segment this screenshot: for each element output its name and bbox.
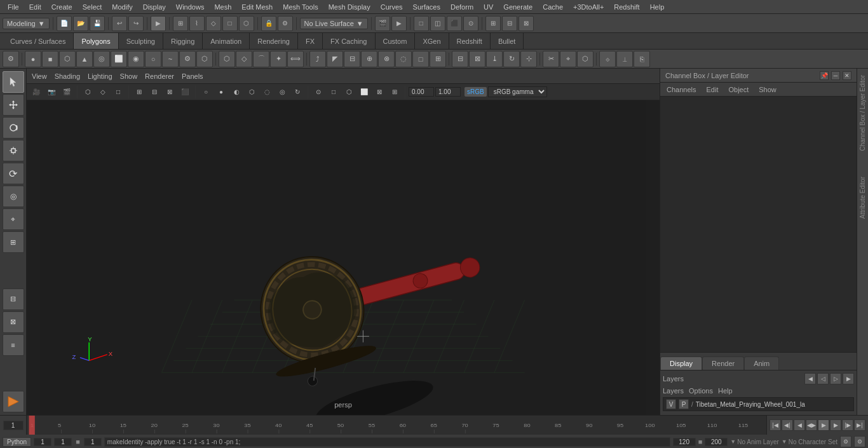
menu-curves[interactable]: Curves: [376, 2, 408, 12]
exposure-input[interactable]: [435, 87, 461, 97]
sphere-btn[interactable]: ●: [25, 51, 41, 67]
attribute-editor-label[interactable]: Attribute Editor: [859, 177, 866, 219]
menu-mesh-tools[interactable]: Mesh Tools: [278, 2, 323, 12]
vp-sel2-btn[interactable]: ◇: [96, 85, 110, 99]
menu-generate[interactable]: Generate: [498, 2, 538, 12]
vp-refresh-btn[interactable]: ↻: [290, 85, 304, 99]
vp-isolate-btn[interactable]: ⊙: [311, 85, 325, 99]
menu-modify[interactable]: Modify: [107, 2, 137, 12]
vp-exposure-field[interactable]: [435, 87, 461, 97]
smooth-btn[interactable]: ◌: [395, 51, 412, 67]
cb-edit-menu[interactable]: Edit: [703, 85, 721, 95]
bridge-btn[interactable]: ⊟: [344, 51, 360, 67]
multi-cut-btn[interactable]: ✂: [543, 51, 559, 67]
render-btn[interactable]: 🎬: [375, 16, 390, 31]
command-line[interactable]: [104, 437, 670, 447]
collapse-btn[interactable]: ⤓: [486, 51, 503, 67]
layout-btn2[interactable]: ⊟: [502, 16, 517, 31]
component-editor-btn[interactable]: ⊞: [3, 231, 24, 253]
vp-sel3-btn[interactable]: □: [111, 85, 125, 99]
channel-box-minimize-btn[interactable]: ─: [831, 71, 840, 80]
tab-fx-caching[interactable]: FX Caching: [323, 33, 375, 49]
save-file-btn[interactable]: 💾: [90, 16, 105, 31]
tab-curves-surfaces[interactable]: Curves / Surfaces: [3, 33, 74, 49]
go-end-btn[interactable]: ▶|: [854, 419, 865, 431]
helix-btn[interactable]: ~: [162, 51, 179, 67]
vp-sel-mask-btn[interactable]: ⬡: [81, 85, 95, 99]
menu-uv[interactable]: UV: [478, 2, 498, 12]
vp-res5-btn[interactable]: ⊞: [388, 85, 402, 99]
next-frame-btn[interactable]: ▶: [830, 419, 841, 431]
layout-btn1[interactable]: ⊞: [485, 16, 501, 31]
render-view-btn[interactable]: [3, 391, 24, 412]
rotate-tool-btn[interactable]: [3, 117, 24, 139]
snap-point-btn[interactable]: ◇: [206, 16, 221, 31]
gamma-input[interactable]: [409, 87, 434, 97]
cube-btn[interactable]: ■: [42, 51, 58, 67]
tab-custom[interactable]: Custom: [376, 33, 416, 49]
current-frame-field[interactable]: [3, 421, 24, 430]
attr-editor-btn[interactable]: ⊠: [3, 311, 24, 333]
menu-redshift[interactable]: Redshift: [609, 2, 644, 12]
vp-shading4-btn[interactable]: ⬡: [245, 85, 259, 99]
deform2-btn[interactable]: ⟂: [616, 51, 633, 67]
layer-menu-layers[interactable]: Layers: [663, 387, 684, 395]
cone-btn[interactable]: ▲: [76, 51, 93, 67]
universal-manip-btn[interactable]: ⟳: [3, 163, 24, 184]
vp-res4-btn[interactable]: ⊠: [372, 85, 386, 99]
ipr-btn[interactable]: ▶: [391, 16, 407, 31]
special-btn[interactable]: ✦: [270, 51, 287, 67]
pipe-btn[interactable]: ○: [145, 51, 161, 67]
vp-grid3-btn[interactable]: ⊠: [163, 85, 177, 99]
bevel-btn[interactable]: ◤: [327, 51, 343, 67]
tab-display[interactable]: Display: [660, 356, 702, 370]
menu-edit[interactable]: Edit: [24, 2, 46, 12]
vp-menu-view[interactable]: View: [32, 72, 47, 80]
redo-btn[interactable]: ↪: [128, 16, 144, 31]
channel-box-sidebar-label[interactable]: Channel Box / Layer Editor: [859, 75, 866, 151]
deform3-btn[interactable]: ⎘: [634, 51, 650, 67]
vp-shading5-btn[interactable]: ◌: [260, 85, 274, 99]
viewport[interactable]: View Shading Lighting Show Renderer Pane…: [27, 69, 660, 415]
torus-btn[interactable]: ◎: [93, 51, 110, 67]
tab-fx[interactable]: FX: [298, 33, 323, 49]
cylinder-btn[interactable]: ⬡: [59, 51, 76, 67]
layer-menu-options[interactable]: Options: [689, 387, 713, 395]
vp-cam2-btn[interactable]: 📷: [44, 85, 58, 99]
play-back-btn[interactable]: ◀▶: [806, 419, 817, 431]
menu-mesh-display[interactable]: Mesh Display: [323, 2, 376, 12]
snap-curve-btn[interactable]: ⌇: [189, 16, 205, 31]
next-key-btn[interactable]: |▶: [842, 419, 853, 431]
snap-surface-btn[interactable]: □: [222, 16, 238, 31]
scale-tool-btn[interactable]: [3, 140, 24, 161]
spin-btn[interactable]: ↻: [503, 51, 520, 67]
prev-key-btn[interactable]: ◀|: [782, 419, 793, 431]
vp-gamma-field[interactable]: [409, 87, 434, 97]
vp-shading3-btn[interactable]: ◐: [229, 85, 243, 99]
new-file-btn[interactable]: 📄: [57, 16, 72, 31]
go-start-btn[interactable]: |◀: [770, 419, 781, 431]
viewport-3d[interactable]: X Y Z: [27, 100, 660, 415]
quad-draw-btn[interactable]: ⬡: [577, 51, 593, 67]
prev-frame-btn[interactable]: ◀: [794, 419, 805, 431]
frame-val-field[interactable]: [84, 438, 102, 446]
snap-live-btn[interactable]: ⬡: [239, 16, 254, 31]
extrude-btn[interactable]: ⤴: [309, 51, 326, 67]
vp-menu-show[interactable]: Show: [120, 72, 138, 80]
vp-shading2-btn[interactable]: ●: [214, 85, 228, 99]
render-settings-btn[interactable]: ⚙: [278, 16, 293, 31]
timeline-container[interactable]: 1 5 10 15 20 25 30 35 40 45 50 55 60 65: [27, 416, 766, 435]
layers-prev-btn[interactable]: ◀: [804, 373, 816, 384]
layer-menu-help[interactable]: Help: [718, 387, 733, 395]
tab-polygons[interactable]: Polygons: [74, 33, 118, 49]
insert-edge-btn[interactable]: ⊟: [452, 51, 468, 67]
frame-display-field[interactable]: [54, 438, 72, 446]
connect-btn[interactable]: ⊹: [520, 51, 537, 67]
python-label-btn[interactable]: Python: [3, 437, 31, 447]
workspace-dropdown[interactable]: Modeling ▼: [3, 18, 50, 29]
menu-3dtoall[interactable]: +3DtoAll+: [568, 2, 609, 12]
tab-xgen[interactable]: XGen: [415, 33, 449, 49]
open-file-btn[interactable]: 📂: [73, 16, 88, 31]
nurbs-btn[interactable]: ◇: [236, 51, 252, 67]
vp-grid2-btn[interactable]: ⊟: [147, 85, 161, 99]
